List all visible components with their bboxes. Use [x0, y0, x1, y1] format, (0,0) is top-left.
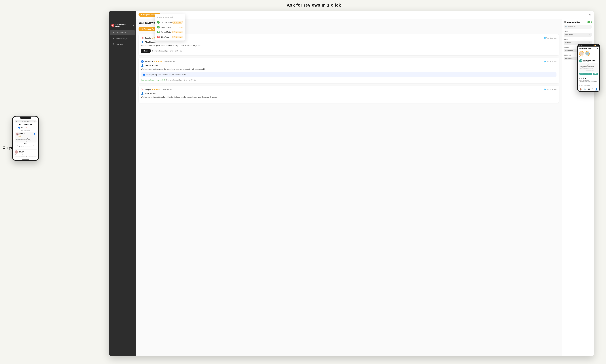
instagram-message-bar: Invia un messaggio ···: [578, 84, 599, 87]
facebook-icon-reply: f: [143, 74, 145, 76]
google-icon-3: G: [141, 88, 144, 91]
google-icon-1: G: [141, 37, 144, 39]
star-icon: ★: [113, 32, 115, 34]
plus-icon: ⊕: [157, 16, 158, 18]
review-actions-1: Reply Remove from widget Share on Social: [141, 49, 556, 53]
annotation-top: Ask for reviews In 1 click: [287, 3, 341, 8]
instagram-actions: ♥ 💬 ✈: [578, 77, 599, 80]
phone-url-bar: aA iltuosito.com ↻: [14, 120, 37, 122]
remove-widget-btn-2[interactable]: Remove from widget: [166, 79, 182, 81]
request-chip-3[interactable]: ★ Request: [172, 36, 183, 38]
search-box: 🔍: [564, 25, 592, 29]
reviews-column: Your reviews ★ Request Reviews G Google …: [136, 19, 562, 356]
topbar: ★ Request Reviews ⚙: [136, 11, 594, 19]
activities-toggle[interactable]: [587, 21, 592, 23]
review-header-2: f Facebook ★★★★★ 15 March 2022 🌐 Your Bu…: [141, 60, 556, 63]
star-icon-main: ★: [141, 28, 143, 30]
instagram-header: Fisioterapia Rossi ✕: [578, 47, 599, 50]
instagram-business-row: FR Fisioterapia Rossi 5.0+: [579, 73, 598, 75]
search-icon: 🔍: [565, 26, 567, 28]
review-text-2: We had a visit yesterday and the experie…: [141, 68, 556, 70]
sidebar-business[interactable]: R Your Business - Rome ▾: [109, 21, 136, 29]
review-header-1: G Google ★★★★☆ 16 March 2022 🌐 Your Busi…: [141, 37, 556, 39]
dropdown-header: ⊕ Add a new contact: [156, 15, 184, 19]
review-actions-2: You have already responded Remove from w…: [141, 79, 556, 81]
review-business-2: 🌐 Your Business: [544, 61, 556, 63]
phone-status-bar: 9:41 ▐▐▐ 📶 🔋: [578, 44, 599, 47]
user-icon-2: 👤: [141, 64, 144, 67]
review-text-1: The reception was great, congratulations…: [141, 44, 556, 47]
panel-title: All your Activities: [564, 21, 592, 23]
user-icon-3: 👤: [141, 92, 144, 95]
reviewer-name-1: 👤 Alex Rastani: [141, 41, 556, 43]
phone-footer: Nick Luca 2 giorni fa Ottimo, mi sono tr…: [14, 149, 37, 157]
reviewer-name-2: 👤 Gianluca Simoni: [141, 64, 556, 67]
date-filter-clear[interactable]: ✕: [589, 34, 590, 36]
date-filter: Date Last week ✕: [564, 30, 592, 37]
instagram-stories: Your Story percivatheca...: [578, 50, 599, 58]
contact-row-2[interactable]: J James Matta ★ Request: [156, 29, 184, 35]
contact-avatar-2: J: [157, 31, 160, 33]
contact-row-3[interactable]: E Elisa Rossi ★ Request: [156, 35, 184, 39]
growth-icon: ◎: [113, 43, 114, 45]
view-all-reviews-btn[interactable]: Vedi tutte le recensioni: [17, 145, 34, 148]
sidebar-label-widgets: Website widgets: [116, 38, 128, 39]
contact-avatar-1: A: [157, 26, 160, 28]
already-responded-2: You have already responded: [141, 79, 165, 81]
instagram-footer-text: Piace a leevlahq e altri Fisioterapia Ro…: [578, 80, 599, 84]
sidebar-label-growth: Your growth: [116, 43, 125, 45]
review-source-3: G Google ★★★★☆ 2 March 2022: [141, 88, 172, 91]
review-text-3: We had a great time at this place, frien…: [141, 96, 556, 98]
sidebar-item-reviews[interactable]: ★ Your reviews: [110, 30, 135, 35]
section-title: Your reviews: [138, 21, 559, 25]
instagram-post: FR Fisioterapia Rossi Rome, Italy "Centr…: [578, 58, 599, 77]
contact-row-0[interactable]: T Tom Chinellato ★ Request: [156, 20, 184, 25]
sidebar-business-name: Your Business - Rome: [115, 24, 132, 27]
star-icon-btn: ★: [141, 14, 143, 16]
stars-3: ★★★★☆: [152, 89, 161, 91]
phone-notch: [20, 117, 31, 119]
remove-widget-btn-1[interactable]: Remove from widget: [152, 50, 168, 52]
phone-rating-row: f 4.4 ★ G 4.2 ★: [14, 127, 37, 129]
review-card-1: G Google ★★★★☆ 16 March 2022 🌐 Your Busi…: [138, 34, 559, 55]
type-filter-clear[interactable]: ✕: [589, 42, 590, 44]
review-header-3: G Google ★★★★☆ 2 March 2022 🌐 Your Busin…: [141, 88, 556, 91]
instagram-review-card: "Centro accogliente con personale estrem…: [579, 63, 598, 72]
dropdown-icon: ▾: [133, 25, 134, 26]
request-chip-0[interactable]: ★ Request: [172, 21, 183, 24]
share-social-btn-2[interactable]: Share on Social: [184, 79, 196, 81]
sidebar: R Your Business - Rome ▾ ★ Your reviews …: [109, 11, 136, 356]
sidebar-label-reviews: Your reviews: [116, 32, 126, 34]
review-business-3: 🌐 Your Business: [544, 89, 556, 91]
review-business-1: 🌐 Your Business: [544, 37, 556, 39]
facebook-icon-2: f: [141, 60, 144, 63]
review-card-3: G Google ★★★★☆ 2 March 2022 🌐 Your Busin…: [138, 86, 559, 103]
request-chip-2[interactable]: ★ Request: [172, 31, 183, 33]
settings-icon[interactable]: ⚙: [589, 13, 591, 16]
instagram-nav: 🏠 🔍 ▦ ♡ 👤: [578, 87, 599, 91]
reviewer-name-3: 👤 Mark Brown: [141, 92, 556, 95]
phone-title: Our Clients Say...: [14, 124, 37, 126]
grid-icon: ⊞: [113, 37, 114, 39]
review-source-2: f Facebook ★★★★★ 15 March 2022: [141, 60, 175, 63]
reply-btn-1[interactable]: Reply: [141, 49, 150, 53]
phone-home-bar: [22, 159, 29, 160]
business-avatar: R: [111, 24, 114, 27]
dashboard: R Your Business - Rome ▾ ★ Your reviews …: [109, 11, 594, 356]
sidebar-item-growth[interactable]: ◎ Your growth: [110, 41, 135, 47]
contact-dropdown: ⊕ Add a new contact T Tom Chinellato ★ R…: [155, 14, 185, 40]
left-phone-mockup: aA iltuosito.com ↻ Our Clients Say... f …: [12, 116, 39, 161]
contact-avatar-3: E: [157, 36, 160, 38]
review-card-2: f Facebook ★★★★★ 15 March 2022 🌐 Your Bu…: [138, 58, 559, 84]
contact-row-1[interactable]: A Albert Scarsi Invited: [156, 25, 184, 29]
phone-review-count: 289 Recensioni: [14, 130, 37, 131]
user-icon-1: 👤: [141, 41, 144, 43]
sidebar-item-widgets[interactable]: ⊞ Website widgets: [110, 36, 135, 41]
contact-avatar-0: T: [157, 21, 160, 24]
reply-box-2: f Thank you very much Gianluca for your …: [141, 72, 556, 77]
phone-review-item: A Angela B. 2 giorni fa f ★★★★★ Ottimo s…: [14, 132, 37, 143]
invited-chip-1: Invited: [179, 26, 183, 28]
stars-2: ★★★★★: [154, 60, 163, 63]
search-input[interactable]: [568, 26, 590, 28]
share-social-btn-1[interactable]: Share on Social: [170, 50, 182, 52]
